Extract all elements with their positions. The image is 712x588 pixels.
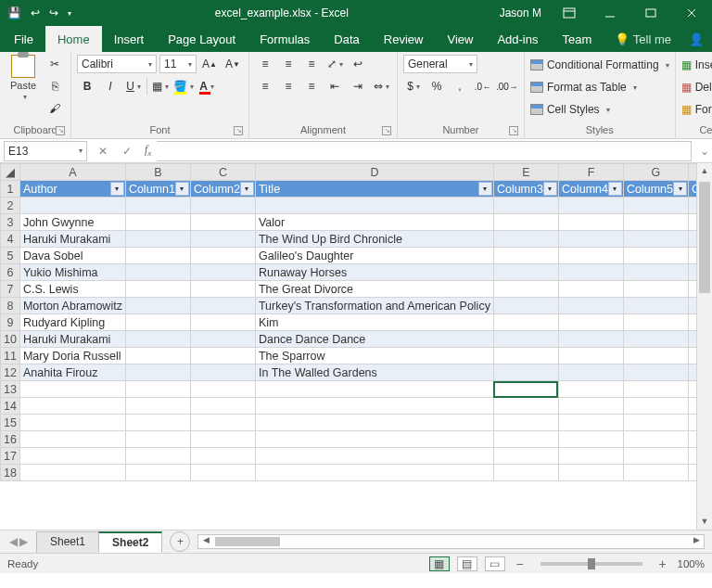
cell-D8[interactable]: Turkey's Transformation and American Pol…	[255, 298, 493, 314]
cell-A13[interactable]	[19, 381, 125, 398]
cell-H2[interactable]	[689, 198, 697, 214]
scroll-right-icon[interactable]: ▶	[689, 535, 704, 548]
cell-B16[interactable]	[125, 431, 190, 448]
cell-C13[interactable]	[190, 381, 255, 398]
orientation-icon[interactable]: ⤢	[324, 55, 345, 73]
cell-D14[interactable]	[255, 398, 493, 415]
zoom-out-button[interactable]: −	[513, 556, 528, 571]
sheet-tab-sheet1[interactable]: Sheet1	[36, 531, 99, 553]
font-color-icon[interactable]: A	[197, 77, 217, 96]
underline-button[interactable]: U	[123, 77, 144, 96]
fx-icon[interactable]: fx	[139, 143, 157, 158]
view-normal-icon[interactable]: ▦	[429, 556, 450, 571]
cell-F12[interactable]	[558, 364, 623, 381]
format-as-table-button[interactable]: Format as Table	[530, 77, 637, 97]
align-middle-icon[interactable]: ≡	[278, 55, 299, 73]
align-center-icon[interactable]: ≡	[278, 77, 299, 96]
select-all-cell[interactable]: ◢	[1, 164, 20, 181]
cell-H17[interactable]	[689, 448, 697, 465]
col-header-B[interactable]: B	[125, 164, 190, 181]
cell-H6[interactable]	[689, 264, 697, 281]
cell-G9[interactable]	[623, 314, 688, 331]
cell-C16[interactable]	[190, 431, 255, 448]
decrease-font-icon[interactable]: A▼	[222, 55, 243, 73]
zoom-level[interactable]: 100%	[678, 558, 705, 569]
cell-B6[interactable]	[125, 264, 190, 281]
undo-icon[interactable]: ↩	[31, 6, 40, 19]
filter-icon[interactable]: ▾	[608, 182, 622, 196]
cell-G7[interactable]	[623, 281, 688, 298]
worksheet-grid[interactable]: ◢ABCDEFGHIJ1Author▾Column1▾Column2▾Title…	[0, 163, 696, 481]
cell-H9[interactable]	[689, 314, 697, 331]
cell-E4[interactable]	[493, 231, 558, 248]
cell-H15[interactable]	[689, 415, 697, 431]
cell-E11[interactable]	[493, 348, 558, 364]
cell-H11[interactable]	[689, 348, 697, 364]
col-header-D[interactable]: D	[255, 164, 493, 181]
row-header-10[interactable]: 10	[1, 331, 20, 348]
cell-A11[interactable]: Mary Doria Russell	[19, 348, 125, 364]
cell-G14[interactable]	[623, 398, 688, 415]
wrap-text-icon[interactable]: ↩	[348, 55, 368, 73]
cell-G18[interactable]	[623, 465, 688, 481]
minimize-icon[interactable]	[590, 0, 630, 26]
cell-E14[interactable]	[493, 398, 558, 415]
bold-button[interactable]: B	[77, 77, 97, 96]
cell-B7[interactable]	[125, 281, 190, 298]
cell-A8[interactable]: Morton Abramowitz	[19, 298, 125, 314]
row-header-4[interactable]: 4	[1, 231, 20, 248]
table-header-column4[interactable]: Column4▾	[558, 181, 623, 198]
cell-G4[interactable]	[623, 231, 688, 248]
filter-icon[interactable]: ▾	[175, 182, 189, 196]
expand-formula-bar-icon[interactable]: ⌄	[697, 145, 712, 158]
cell-F3[interactable]	[558, 214, 623, 231]
percent-format-icon[interactable]: %	[426, 77, 447, 96]
cell-D10[interactable]: Dance Dance Dance	[255, 331, 493, 348]
cell-B17[interactable]	[125, 448, 190, 465]
row-header-14[interactable]: 14	[1, 398, 20, 415]
ribbon-options-icon[interactable]	[549, 0, 590, 26]
cell-E2[interactable]	[493, 198, 558, 214]
cancel-formula-icon[interactable]: ✕	[91, 145, 115, 158]
cell-A16[interactable]	[19, 431, 125, 448]
row-header-1[interactable]: 1	[1, 181, 20, 198]
number-launcher-icon[interactable]: ↘	[509, 126, 518, 135]
maximize-icon[interactable]	[630, 0, 671, 26]
cell-D16[interactable]	[255, 431, 493, 448]
cell-G5[interactable]	[623, 248, 688, 264]
cell-D6[interactable]: Runaway Horses	[255, 264, 493, 281]
cell-H3[interactable]	[689, 214, 697, 231]
cell-D7[interactable]: The Great Divorce	[255, 281, 493, 298]
cell-A10[interactable]: Haruki Murakami	[19, 331, 125, 348]
italic-button[interactable]: I	[100, 77, 121, 96]
cell-C18[interactable]	[190, 465, 255, 481]
cell-A3[interactable]: John Gwynne	[19, 214, 125, 231]
user-name[interactable]: Jason M	[492, 6, 549, 19]
increase-decimal-icon[interactable]: .0←	[473, 77, 493, 96]
cell-D15[interactable]	[255, 415, 493, 431]
cell-F9[interactable]	[558, 314, 623, 331]
cell-C10[interactable]	[190, 331, 255, 348]
row-header-5[interactable]: 5	[1, 248, 20, 264]
tab-data[interactable]: Data	[322, 26, 371, 52]
cell-H13[interactable]	[689, 381, 697, 398]
cell-E9[interactable]	[493, 314, 558, 331]
row-header-3[interactable]: 3	[1, 214, 20, 231]
cell-D11[interactable]: The Sparrow	[255, 348, 493, 364]
tab-review[interactable]: Review	[372, 26, 436, 52]
cell-A4[interactable]: Haruki Murakami	[19, 231, 125, 248]
cut-icon[interactable]: ✂	[44, 55, 65, 73]
col-header-G[interactable]: G	[623, 164, 688, 181]
cell-A5[interactable]: Dava Sobel	[19, 248, 125, 264]
cell-H8[interactable]	[689, 298, 697, 314]
enter-formula-icon[interactable]: ✓	[115, 145, 139, 158]
cell-C17[interactable]	[190, 448, 255, 465]
cell-F6[interactable]	[558, 264, 623, 281]
cell-G16[interactable]	[623, 431, 688, 448]
cell-C5[interactable]	[190, 248, 255, 264]
tab-formulas[interactable]: Formulas	[248, 26, 322, 52]
cell-A18[interactable]	[19, 465, 125, 481]
cell-B10[interactable]	[125, 331, 190, 348]
cell-E5[interactable]	[493, 248, 558, 264]
cell-H4[interactable]	[689, 231, 697, 248]
